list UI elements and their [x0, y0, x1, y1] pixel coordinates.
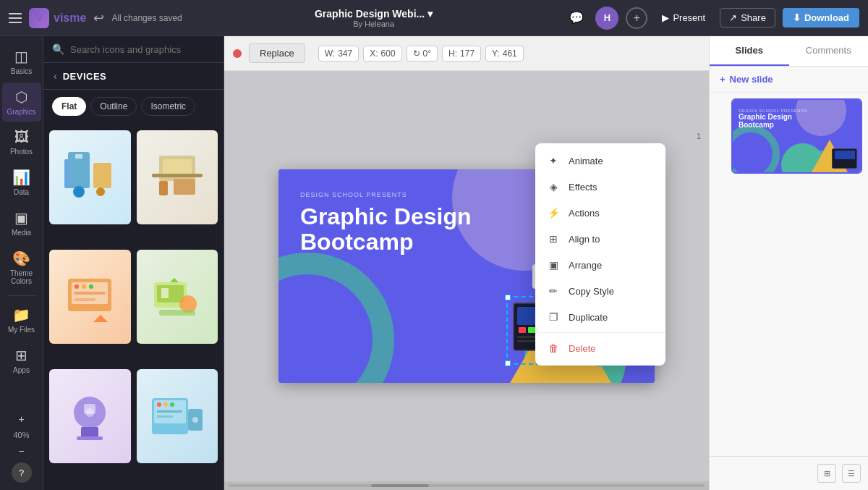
undo-button[interactable]: ↩: [93, 10, 104, 26]
new-slide-button[interactable]: + New slide: [710, 67, 868, 93]
tab-comments[interactable]: Comments: [789, 36, 869, 66]
right-panel: Slides Comments + New slide 1 DESIGN SCH…: [709, 36, 868, 490]
copy-style-label: Copy Style: [569, 286, 614, 297]
present-button[interactable]: ▶ Present: [655, 9, 712, 27]
scrollbar-thumb[interactable]: [371, 484, 429, 487]
help-button[interactable]: ?: [12, 462, 32, 483]
graphic-item[interactable]: [137, 250, 218, 344]
data-icon: 📊: [12, 169, 30, 186]
logo-text: visme: [54, 12, 86, 25]
search-input[interactable]: [70, 44, 215, 55]
chevron-down-icon: ▾: [427, 8, 433, 20]
actions-menu-item[interactable]: ⚡ Actions: [535, 200, 665, 226]
list-view-icon[interactable]: ☰: [842, 464, 861, 483]
download-button[interactable]: ⬇ Download: [783, 8, 859, 28]
zoom-level: 40%: [13, 431, 29, 439]
svg-point-34: [170, 402, 174, 407]
document-title[interactable]: Graphic Design Webi... ▾: [315, 8, 433, 20]
copy-style-menu-item[interactable]: ✏ Copy Style: [535, 278, 665, 304]
sidebar-item-my-files[interactable]: 📁 My Files: [2, 300, 41, 339]
sidebar-item-apps[interactable]: ⊞ Apps: [2, 341, 41, 380]
search-icon: 🔍: [52, 43, 64, 55]
sidebar-item-graphics[interactable]: ⬡ Graphics: [2, 83, 41, 122]
svg-rect-17: [74, 298, 95, 301]
x-value[interactable]: 600: [381, 48, 396, 59]
sidebar-item-theme-colors[interactable]: 🎨 Theme Colors: [2, 244, 41, 291]
scrollbar-track: [229, 484, 705, 487]
photos-label: Photos: [10, 148, 33, 156]
new-slide-label: New slide: [730, 74, 773, 85]
graphic-item[interactable]: [137, 369, 218, 463]
svg-rect-26: [81, 427, 98, 438]
thumb-device-screen: [835, 151, 855, 159]
topbar: V visme ↩ All changes saved Graphic Desi…: [0, 0, 868, 36]
lock-icon: [233, 49, 242, 58]
share-icon: ↗: [729, 12, 737, 23]
sidebar-item-photos[interactable]: 🖼 Photos: [2, 123, 41, 161]
svg-point-3: [73, 186, 85, 198]
play-icon: ▶: [662, 12, 669, 23]
share-button[interactable]: ↗ Share: [720, 8, 775, 28]
saved-status: All changes saved: [111, 13, 182, 23]
back-button[interactable]: ‹: [54, 70, 57, 82]
hamburger-menu-icon[interactable]: [9, 13, 22, 23]
sidebar-item-basics[interactable]: ◫ Basics: [2, 42, 41, 81]
y-value[interactable]: 461: [503, 48, 517, 59]
svg-rect-41: [519, 327, 526, 333]
delete-menu-item[interactable]: 🗑 Delete: [535, 335, 665, 361]
svg-rect-9: [159, 181, 168, 195]
svg-point-32: [157, 402, 161, 407]
effects-icon: ◈: [547, 180, 560, 193]
logo: V visme: [29, 8, 86, 28]
zoom-in-button[interactable]: +: [18, 413, 24, 425]
media-label: Media: [12, 229, 31, 237]
h-label: H:: [448, 48, 457, 59]
slide-thumbnail[interactable]: DESIGN SCHOOL PRESENTS Graphic DesignBoo…: [731, 98, 862, 174]
sidebar-item-data[interactable]: 📊 Data: [2, 163, 41, 202]
sidebar-item-media[interactable]: ▣ Media: [2, 203, 41, 242]
main-content: ◫ Basics ⬡ Graphics 🖼 Photos 📊 Data ▣ Me…: [0, 36, 868, 490]
tab-slides[interactable]: Slides: [710, 36, 789, 66]
my-files-icon: 📁: [12, 306, 30, 324]
graphic-item[interactable]: [49, 250, 131, 344]
rotation-value[interactable]: 0°: [423, 48, 431, 59]
arrange-menu-item[interactable]: ▣ Arrange: [535, 252, 665, 278]
delete-icon: 🗑: [547, 342, 560, 355]
svg-rect-2: [93, 163, 111, 188]
align-menu-item[interactable]: ⊞ Align to: [535, 226, 665, 252]
effects-menu-item[interactable]: ◈ Effects: [535, 174, 665, 200]
replace-button[interactable]: Replace: [249, 43, 305, 63]
graphics-grid: [43, 123, 224, 490]
svg-rect-27: [77, 436, 103, 440]
canvas-wrapper[interactable]: DESIGN SCHOOL PRESENTS Graphic Design Bo…: [224, 71, 709, 481]
comment-icon[interactable]: 💬: [565, 7, 588, 30]
slide-thumb-inner: DESIGN SCHOOL PRESENTS Graphic DesignBoo…: [733, 100, 861, 172]
theme-colors-icon: 🎨: [12, 250, 30, 267]
duplicate-menu-item[interactable]: ❐ Duplicate: [535, 304, 665, 330]
graphic-item[interactable]: [49, 369, 131, 463]
h-value[interactable]: 177: [460, 48, 475, 59]
animate-menu-item[interactable]: ✦ Animate: [535, 148, 665, 174]
svg-marker-18: [93, 315, 108, 322]
canvas-scrollbar[interactable]: [224, 481, 709, 490]
x-property: X: 600: [363, 46, 401, 62]
thumb-title: Graphic DesignBootcamp: [739, 113, 807, 129]
svg-marker-22: [170, 278, 179, 282]
topbar-left: V visme ↩ All changes saved: [9, 8, 182, 28]
graphic-item[interactable]: [49, 130, 131, 224]
tab-flat[interactable]: Flat: [52, 97, 86, 116]
avatar[interactable]: H: [595, 7, 618, 30]
y-property: Y: 461: [485, 46, 524, 62]
basics-label: Basics: [11, 67, 32, 75]
effects-label: Effects: [569, 182, 597, 193]
topbar-right: 💬 H + ▶ Present ↗ Share ⬇ Download: [565, 7, 859, 30]
graphic-item[interactable]: [137, 130, 218, 224]
svg-rect-8: [152, 174, 203, 177]
tab-outline[interactable]: Outline: [90, 97, 137, 116]
add-collaborator-icon[interactable]: +: [626, 7, 647, 29]
w-value[interactable]: 347: [338, 48, 352, 59]
tab-isometric[interactable]: Isometric: [141, 97, 195, 116]
zoom-out-button[interactable]: −: [18, 445, 24, 457]
svg-rect-42: [528, 327, 535, 333]
grid-view-icon[interactable]: ⊞: [817, 464, 836, 483]
